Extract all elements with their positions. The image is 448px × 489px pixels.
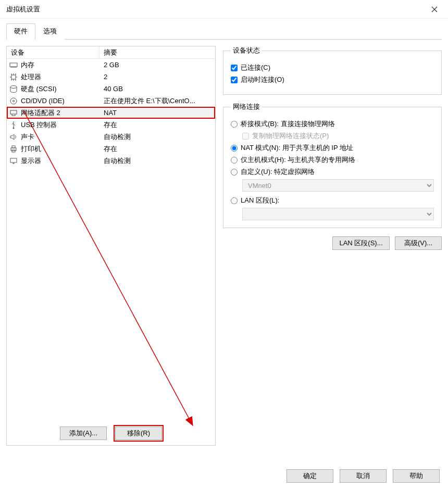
device-name-label: 内存: [21, 60, 34, 70]
device-row-cd[interactable]: CD/DVD (IDE)正在使用文件 E:\下载\CentO...: [7, 95, 215, 107]
radio-custom[interactable]: 自定义(U): 特定虚拟网络: [231, 167, 434, 177]
radio-nat[interactable]: NAT 模式(N): 用于共享主机的 IP 地址: [231, 143, 434, 153]
device-row-display[interactable]: 显示器自动检测: [7, 155, 215, 167]
device-summary-label: 2: [99, 73, 215, 81]
svg-point-3: [10, 98, 17, 104]
usb-icon: [9, 121, 18, 129]
custom-network-select: VMnet0: [242, 179, 434, 192]
memory-icon: [9, 61, 18, 69]
custom-combo-wrap: VMnet0: [242, 179, 434, 192]
radio-lan-segment-label: LAN 区段(L):: [241, 196, 279, 205]
device-summary-label: NAT: [99, 109, 215, 117]
device-name-label: USB 控制器: [21, 120, 57, 130]
device-row-net[interactable]: 网络适配器 2NAT: [7, 107, 215, 119]
device-name-label: 处理器: [21, 72, 41, 82]
device-name-label: CD/DVD (IDE): [21, 97, 65, 105]
network-legend: 网络连接: [231, 102, 262, 111]
radio-hostonly[interactable]: 仅主机模式(H): 与主机共享的专用网络: [231, 155, 434, 165]
svg-point-6: [13, 127, 15, 129]
display-icon: [9, 157, 18, 165]
tabs: 硬件 选项: [0, 19, 448, 39]
group-device-status: 设备状态 已连接(C) 启动时连接(O): [223, 46, 442, 95]
checkbox-connect-at-poweron-label: 启动时连接(O): [241, 75, 284, 84]
svg-rect-1: [11, 75, 16, 79]
checkbox-replicate: 复制物理网络连接状态(P): [242, 131, 434, 141]
list-buttons: 添加(A)... 移除(R): [7, 427, 215, 440]
device-row-cpu[interactable]: 处理器2: [7, 71, 215, 83]
device-summary-label: 自动检测: [99, 156, 215, 166]
lan-segment-select: [242, 208, 434, 220]
device-cell: 网络适配器 2: [7, 108, 99, 118]
device-summary-label: 存在: [99, 120, 215, 130]
tab-options[interactable]: 选项: [35, 23, 65, 40]
radio-nat-input[interactable]: [231, 145, 238, 152]
svg-rect-10: [10, 158, 17, 162]
radio-bridged-label: 桥接模式(B): 直接连接物理网络: [241, 119, 335, 129]
tab-hardware[interactable]: 硬件: [6, 23, 35, 40]
cd-icon: [9, 97, 18, 105]
device-name-label: 显示器: [21, 156, 41, 166]
disk-icon: [9, 85, 18, 93]
device-cell: USB 控制器: [7, 120, 99, 130]
device-row-memory[interactable]: 内存2 GB: [7, 59, 215, 71]
lan-segments-button[interactable]: LAN 区段(S)...: [332, 236, 390, 250]
radio-nat-label: NAT 模式(N): 用于共享主机的 IP 地址: [241, 143, 353, 153]
add-button[interactable]: 添加(A)...: [60, 427, 107, 440]
lan-segment-combo-wrap: [242, 208, 434, 220]
column-header-summary[interactable]: 摘要: [99, 46, 215, 58]
device-cell: 打印机: [7, 144, 99, 154]
device-name-label: 硬盘 (SCSI): [21, 84, 57, 94]
device-cell: CD/DVD (IDE): [7, 97, 99, 105]
radio-custom-label: 自定义(U): 特定虚拟网络: [241, 167, 315, 177]
checkbox-connected-label: 已连接(C): [241, 63, 270, 72]
remove-button[interactable]: 移除(R): [115, 427, 162, 440]
device-row-usb[interactable]: USB 控制器存在: [7, 119, 215, 131]
list-body: 内存2 GB处理器2硬盘 (SCSI)40 GBCD/DVD (IDE)正在使用…: [7, 59, 215, 167]
radio-lan-segment[interactable]: LAN 区段(L):: [231, 196, 434, 205]
close-icon: [431, 6, 438, 12]
right-panel: 设备状态 已连接(C) 启动时连接(O) 网络连接 桥接模式(B): 直接连接物…: [223, 46, 442, 446]
printer-icon: [9, 145, 18, 153]
checkbox-connect-at-poweron[interactable]: 启动时连接(O): [231, 75, 434, 84]
device-cell: 处理器: [7, 72, 99, 82]
device-summary-label: 2 GB: [99, 61, 215, 69]
radio-custom-input[interactable]: [231, 169, 238, 175]
svg-point-4: [13, 100, 15, 102]
svg-point-2: [10, 85, 17, 88]
ok-button[interactable]: 确定: [287, 469, 333, 483]
checkbox-connect-at-poweron-input[interactable]: [231, 77, 238, 83]
svg-rect-5: [10, 110, 17, 114]
radio-bridged-input[interactable]: [231, 121, 238, 128]
left-panel: 设备 摘要 内存2 GB处理器2硬盘 (SCSI)40 GBCD/DVD (ID…: [6, 46, 216, 446]
group-network-connection: 网络连接 桥接模式(B): 直接连接物理网络 复制物理网络连接状态(P) NAT…: [223, 102, 442, 228]
svg-rect-0: [10, 63, 17, 67]
radio-hostonly-input[interactable]: [231, 157, 238, 164]
radio-hostonly-label: 仅主机模式(H): 与主机共享的专用网络: [241, 155, 355, 165]
sound-icon: [9, 133, 18, 141]
help-button[interactable]: 帮助: [393, 469, 440, 483]
right-lower-buttons: LAN 区段(S)... 高级(V)...: [223, 236, 442, 250]
device-row-disk[interactable]: 硬盘 (SCSI)40 GB: [7, 83, 215, 95]
device-cell: 显示器: [7, 156, 99, 166]
device-name-label: 网络适配器 2: [21, 108, 60, 118]
device-name-label: 打印机: [21, 144, 41, 154]
radio-bridged[interactable]: 桥接模式(B): 直接连接物理网络: [231, 119, 434, 129]
svg-rect-8: [12, 146, 15, 148]
window-title: 虚拟机设置: [6, 5, 40, 14]
device-row-sound[interactable]: 声卡自动检测: [7, 131, 215, 143]
checkbox-replicate-input: [242, 133, 249, 140]
column-header-device[interactable]: 设备: [7, 46, 99, 58]
device-list: 设备 摘要 内存2 GB处理器2硬盘 (SCSI)40 GBCD/DVD (ID…: [6, 46, 216, 446]
device-summary-label: 正在使用文件 E:\下载\CentO...: [99, 96, 215, 106]
checkbox-connected-input[interactable]: [231, 65, 238, 71]
cancel-button[interactable]: 取消: [340, 469, 387, 483]
device-summary-label: 存在: [99, 144, 215, 154]
radio-lan-segment-input[interactable]: [231, 197, 238, 204]
device-cell: 声卡: [7, 132, 99, 142]
checkbox-connected[interactable]: 已连接(C): [231, 63, 434, 72]
device-row-printer[interactable]: 打印机存在: [7, 143, 215, 155]
device-cell: 内存: [7, 60, 99, 70]
advanced-button[interactable]: 高级(V)...: [395, 236, 442, 250]
device-cell: 硬盘 (SCSI): [7, 84, 99, 94]
close-button[interactable]: [423, 2, 446, 17]
